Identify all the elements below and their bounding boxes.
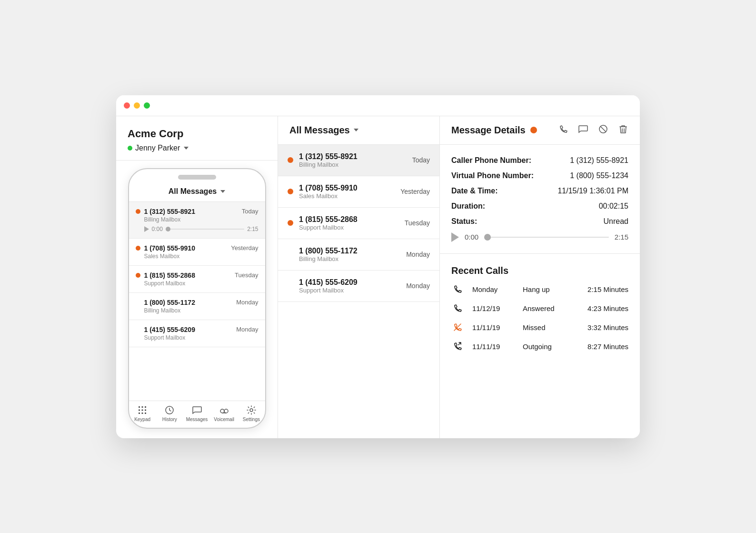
audio-knob [484,234,491,241]
phone-message-item[interactable]: 1 (815) 555-2868 Tuesday Support Mailbox [129,266,265,293]
svg-point-12 [250,409,253,412]
keypad-icon [137,405,148,415]
call-type: Answered [523,304,580,312]
phone-msg-mailbox: Billing Mailbox [136,216,259,223]
phone-msg-mailbox: Sales Mailbox [136,253,259,260]
phone-nav-keypad[interactable]: Keypad [129,405,156,422]
close-button[interactable] [124,102,130,109]
phone-message-item[interactable]: 1 (708) 555-9910 Yesterday Sales Mailbox [129,239,265,266]
phone-nav-settings[interactable]: Settings [238,405,265,422]
svg-point-11 [224,409,228,413]
audio-track-small[interactable] [166,229,244,230]
svg-rect-1 [142,406,143,408]
phone-notch-area [129,169,265,183]
call-date: 11/11/19 [472,323,515,332]
voicemail-icon [219,405,229,415]
audio-player: 0:00 2:15 [451,232,628,242]
recent-calls: Recent Calls Monday Hang up 2:15 Minutes [440,254,640,438]
messages-panel-chevron [354,129,358,131]
phone-messages-header[interactable]: All Messages [129,183,265,202]
play-button-small[interactable] [144,226,149,232]
message-mailbox: Billing Mailbox [299,161,407,168]
maximize-button[interactable] [144,102,150,109]
phone-msg-time: Monday [236,326,258,333]
phone-msg-mailbox: Support Mailbox [136,334,259,341]
audio-track[interactable] [484,237,609,238]
message-mailbox: Support Mailbox [299,224,399,231]
call-row: Monday Hang up 2:15 Minutes [451,284,628,295]
message-number: 1 (815) 555-2868 [299,215,399,224]
phone-msg-left: 1 (800) 555-1172 [136,299,195,306]
duration-row: Duration: 00:02:15 [451,202,628,211]
phone-msg-row1: 1 (415) 555-6209 Monday [136,326,259,333]
phone-message-item[interactable]: 1 (415) 555-6209 Monday Support Mailbox [129,320,265,347]
phone-msg-mailbox: Support Mailbox [136,280,259,287]
svg-rect-5 [145,409,146,411]
call-type: Outgoing [523,342,580,351]
message-number: 1 (708) 555-9910 [299,184,395,192]
message-list-item[interactable]: 1 (708) 555-9910 Sales Mailbox Yesterday [278,176,439,208]
minimize-button[interactable] [134,102,140,109]
messages-panel: All Messages 1 (312) 555-8921 Billing Ma… [278,116,440,438]
message-info: 1 (415) 555-6209 Support Mailbox [299,278,400,294]
delete-action-icon[interactable] [618,124,628,137]
detail-header: Message Details [440,116,640,145]
duration-label: Duration: [451,202,485,211]
message-list-item[interactable]: 1 (815) 555-2868 Support Mailbox Tuesday [278,208,439,239]
phone-msg-left: 1 (815) 555-2868 [136,272,195,279]
user-row[interactable]: Jenny Parker [128,144,266,152]
virtual-phone-row: Virtual Phone Number: 1 (800) 555-1234 [451,171,628,180]
svg-point-10 [220,409,224,413]
detail-title-row: Message Details [451,125,537,136]
virtual-phone-value: 1 (800) 555-1234 [570,171,628,180]
call-row: 11/12/19 Answered 4:23 Minutes [451,303,628,314]
messages-panel-title: All Messages [289,125,350,136]
recent-calls-title: Recent Calls [451,265,628,276]
content-panels: All Messages 1 (312) 555-8921 Billing Ma… [278,116,640,438]
phone-msg-time: Today [242,208,259,215]
phone-msg-number: 1 (415) 555-6209 [144,326,195,333]
message-info: 1 (815) 555-2868 Support Mailbox [299,215,399,231]
message-read-placeholder [288,283,293,289]
phone-bottom-nav: Keypad History Messages [129,401,265,428]
detail-title: Message Details [451,125,526,136]
messages-panel-header[interactable]: All Messages [278,116,439,145]
caller-phone-label: Caller Phone Number: [451,156,531,165]
message-read-placeholder [288,251,293,257]
message-action-icon[interactable] [578,124,588,137]
phone-msg-row1: 1 (800) 555-1172 Monday [136,299,259,306]
audio-end-small: 2:15 [247,226,258,232]
phone-mockup: All Messages 1 (312) 555-8921 Today [128,168,266,429]
message-info: 1 (312) 555-8921 Billing Mailbox [299,152,407,168]
detail-panel: Message Details [440,116,640,438]
phone-nav-history[interactable]: History [156,405,183,422]
svg-rect-3 [139,409,140,411]
date-time-value: 11/15/19 1:36:01 PM [557,187,628,195]
message-mailbox: Support Mailbox [299,287,400,294]
call-row: 11/11/19 Missed 3:32 Minutes [451,322,628,333]
call-row: 11/11/19 Outgoing 8:27 Minutes [451,341,628,352]
message-list-item[interactable]: 1 (312) 555-8921 Billing Mailbox Today [278,145,439,176]
phone-message-item[interactable]: 1 (312) 555-8921 Today Billing Mailbox 0… [129,202,265,239]
phone-nav-settings-label: Settings [243,417,260,422]
phone-msg-row1: 1 (815) 555-2868 Tuesday [136,272,259,279]
message-list-item[interactable]: 1 (415) 555-6209 Support Mailbox Monday [278,271,439,302]
svg-rect-2 [145,406,146,408]
phone-nav-messages[interactable]: Messages [183,405,210,422]
phone-message-item[interactable]: 1 (800) 555-1172 Monday Billing Mailbox [129,293,265,320]
virtual-phone-label: Virtual Phone Number: [451,171,534,180]
company-name: Acme Corp [128,128,266,140]
block-action-icon[interactable] [598,124,608,137]
date-time-row: Date & Time: 11/15/19 1:36:01 PM [451,187,628,195]
phone-msg-time: Yesterday [231,244,258,251]
messages-icon [192,405,202,415]
message-list-item[interactable]: 1 (800) 555-1172 Billing Mailbox Monday [278,239,439,271]
status-label: Status: [451,217,477,226]
phone-nav-voicemail-label: Voicemail [214,417,234,422]
phone-nav-voicemail[interactable]: Voicemail [210,405,238,422]
status-row: Status: Unread [451,217,628,226]
phone-unread-dot [136,246,140,251]
call-action-icon[interactable] [558,124,568,137]
phone-msg-number: 1 (312) 555-8921 [144,208,195,215]
play-button[interactable] [451,232,459,242]
